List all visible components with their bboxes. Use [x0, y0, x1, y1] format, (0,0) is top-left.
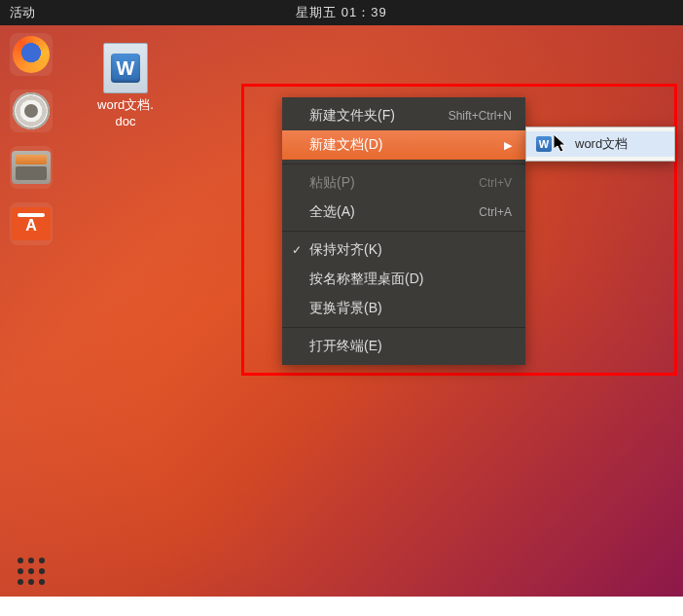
menu-keep-aligned[interactable]: ✓ 保持对齐(K)	[282, 236, 525, 265]
menu-separator	[282, 327, 525, 328]
menu-separator	[282, 231, 525, 232]
cursor-icon	[554, 134, 569, 154]
clock[interactable]: 星期五 01：39	[296, 4, 387, 21]
menu-open-terminal[interactable]: 打开终端(E)	[282, 332, 525, 361]
svg-marker-0	[554, 134, 565, 152]
menu-change-background[interactable]: 更换背景(B)	[282, 294, 525, 323]
doc-thumbnail: W	[103, 43, 148, 93]
menu-new-document[interactable]: 新建文档(D) ▶	[282, 130, 525, 160]
desktop-file-icon[interactable]: W word文档. doc	[83, 43, 168, 130]
word-icon: W	[536, 136, 552, 152]
launcher-rhythmbox[interactable]	[10, 90, 53, 132]
page-margin	[0, 597, 683, 616]
grid-icon	[18, 558, 45, 585]
launcher-software[interactable]	[10, 202, 53, 245]
submenu-word-doc[interactable]: W word文档	[526, 131, 674, 157]
menu-separator	[282, 163, 525, 164]
menu-new-folder[interactable]: 新建文件夹(F) Shift+Ctrl+N	[282, 101, 525, 130]
desktop[interactable]: W word文档. doc 新建文件夹(F) Shift+Ctrl+N 新建文档…	[0, 25, 683, 597]
drawer-icon	[12, 151, 51, 184]
firefox-icon	[13, 36, 50, 73]
menu-select-all[interactable]: 全选(A) Ctrl+A	[282, 198, 525, 227]
menu-organize-by-name[interactable]: 按名称整理桌面(D)	[282, 265, 525, 294]
launcher-firefox[interactable]	[10, 33, 53, 76]
submenu-arrow-icon: ▶	[504, 139, 512, 152]
desktop-file-label: word文档. doc	[83, 97, 168, 130]
show-applications-button[interactable]	[0, 558, 62, 585]
menu-paste: 粘贴(P) Ctrl+V	[282, 168, 525, 198]
launcher-dock	[0, 25, 62, 597]
top-bar: 活动 星期五 01：39	[0, 0, 683, 25]
check-icon: ✓	[292, 243, 302, 257]
word-icon: W	[111, 54, 140, 83]
shopping-bag-icon	[12, 207, 51, 240]
activities-button[interactable]: 活动	[10, 4, 35, 21]
new-document-submenu: W word文档	[525, 127, 675, 162]
desktop-context-menu: 新建文件夹(F) Shift+Ctrl+N 新建文档(D) ▶ 粘贴(P) Ct…	[282, 97, 525, 365]
launcher-files[interactable]	[10, 146, 53, 189]
submenu-item-label: word文档	[575, 135, 628, 153]
speaker-icon	[13, 92, 50, 129]
